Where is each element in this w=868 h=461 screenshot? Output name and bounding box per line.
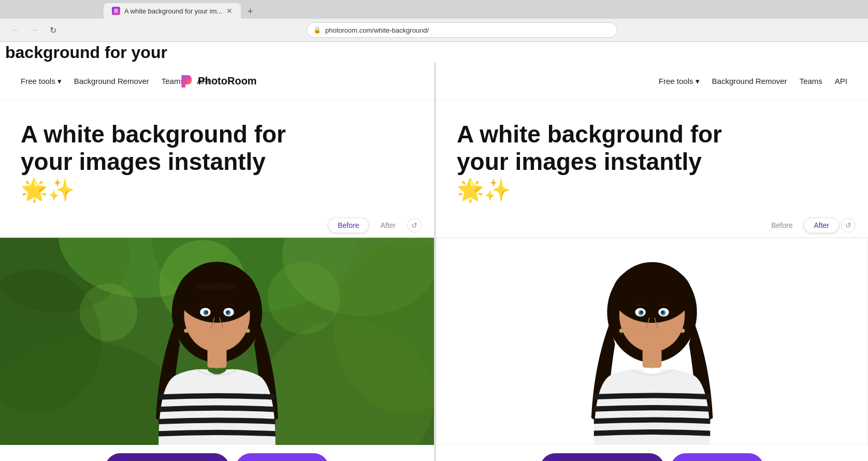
right-action-buttons: ↓ Download ✎ Edit [436, 445, 868, 461]
download-button-right[interactable]: ↓ Download [540, 453, 664, 461]
svg-point-37 [681, 328, 685, 333]
right-nav-right: Free tools ▾ Background Remover Teams AP… [457, 77, 847, 86]
svg-point-20 [226, 310, 229, 313]
before-tab-right[interactable]: Before [762, 218, 802, 233]
svg-point-36 [619, 328, 624, 333]
back-button[interactable]: ← [8, 23, 23, 37]
person-after-svg [437, 238, 867, 444]
lock-icon: 🔒 [313, 26, 321, 34]
free-tools-left[interactable]: Free tools ▾ [21, 77, 62, 86]
after-image-right [436, 238, 868, 445]
edit-button-right[interactable]: ✎ Edit [671, 453, 764, 461]
refresh-button[interactable]: ↻ [46, 23, 60, 37]
logo-center[interactable]: PhotoRoom [177, 73, 256, 90]
right-page: Free tools ▾ Background Remover Teams AP… [434, 63, 868, 461]
svg-point-14 [177, 264, 257, 323]
svg-point-23 [184, 328, 188, 333]
tab-close-button[interactable]: ✕ [226, 7, 233, 15]
edit-button-left[interactable]: ✎ Edit [236, 453, 329, 461]
after-tab-right[interactable]: After [804, 218, 839, 233]
hero-title-right: A white background for your images insta… [457, 121, 726, 203]
free-tools-right[interactable]: Free tools ▾ [659, 77, 700, 86]
svg-point-22 [215, 364, 219, 368]
new-tab-button[interactable]: + [243, 4, 257, 19]
background-remover-right[interactable]: Background Remover [712, 77, 787, 85]
before-image-left [0, 238, 434, 445]
hero-title-left: A white background for your images insta… [21, 121, 290, 203]
refresh-view-left[interactable]: ↺ [407, 218, 422, 233]
left-page: Free tools ▾ Background Remover Teams AP… [0, 63, 434, 461]
right-navbar: Free tools ▾ Background Remover Teams AP… [436, 63, 868, 100]
person-before-svg [0, 238, 434, 445]
browser-chrome: R A white background for your im... ✕ + … [0, 0, 868, 42]
right-photo-container [436, 238, 868, 445]
pages-container: Free tools ▾ Background Remover Teams AP… [0, 63, 868, 461]
right-before-after-tabs: Before After ↺ [436, 213, 868, 238]
tab-title: A white background for your im... [124, 7, 222, 15]
address-bar[interactable]: 🔒 photoroom.com/white-background/ [307, 22, 617, 38]
svg-point-33 [661, 310, 664, 313]
refresh-view-right[interactable]: ↺ [841, 218, 856, 233]
svg-point-30 [640, 310, 643, 313]
sparkle-left: 🌟✨ [21, 178, 75, 202]
svg-point-24 [245, 328, 250, 333]
svg-point-35 [650, 364, 654, 368]
sparkle-right: 🌟✨ [457, 178, 511, 202]
browser-toolbar: ← → ↻ 🔒 photoroom.com/white-background/ [0, 19, 868, 41]
left-before-after-tabs: Before After ↺ [0, 213, 434, 238]
background-remover-left[interactable]: Background Remover [74, 77, 149, 85]
before-tab-left[interactable]: Before [328, 218, 369, 233]
left-navbar: Free tools ▾ Background Remover Teams AP… [0, 63, 434, 100]
left-hero: A white background for your images insta… [0, 100, 434, 213]
active-tab[interactable]: R A white background for your im... ✕ [104, 3, 241, 19]
url-text: photoroom.com/white-background/ [325, 26, 429, 34]
left-photo-container [0, 238, 434, 445]
svg-point-27 [612, 265, 691, 323]
svg-point-17 [205, 310, 208, 313]
left-action-buttons: ↓ Download ✎ Edit [0, 445, 434, 461]
right-hero: A white background for your images insta… [436, 100, 868, 213]
tab-favicon: R [112, 7, 120, 15]
api-right[interactable]: API [835, 77, 847, 85]
forward-button[interactable]: → [27, 23, 41, 37]
download-button-left[interactable]: ↓ Download [105, 453, 229, 461]
teams-right[interactable]: Teams [800, 77, 822, 85]
photoroom-logo-icon [177, 73, 194, 90]
after-tab-left[interactable]: After [371, 218, 405, 233]
top-partial-text: background for your [0, 42, 868, 63]
logo-text: PhotoRoom [198, 75, 256, 87]
browser-tabs: R A white background for your im... ✕ + [0, 0, 868, 19]
